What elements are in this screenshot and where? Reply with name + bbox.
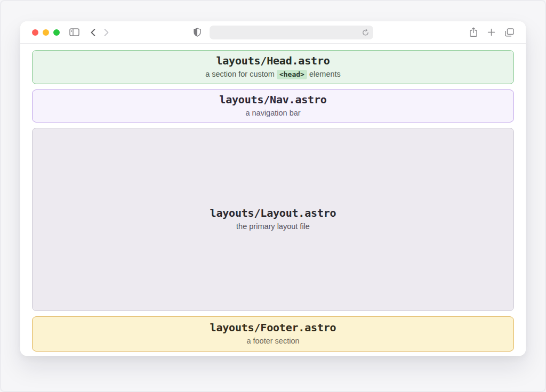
toolbar-right-group [469, 27, 514, 37]
privacy-shield-icon[interactable] [194, 28, 201, 37]
zoom-button[interactable] [53, 29, 60, 36]
url-field[interactable] [210, 26, 373, 39]
browser-window: layouts/Head.astro a section for custom … [20, 21, 526, 356]
subtitle-suffix: elements [307, 70, 341, 78]
browser-toolbar [20, 21, 526, 44]
section-title: layouts/Footer.astro [210, 322, 336, 334]
close-button[interactable] [32, 29, 38, 36]
section-title: layouts/Layout.astro [210, 207, 336, 219]
subtitle-prefix: a section for custom [205, 70, 277, 78]
section-subtitle: a section for custom <head> elements [205, 70, 341, 79]
section-title: layouts/Nav.astro [219, 94, 326, 106]
section-footer-astro: layouts/Footer.astro a footer section [32, 316, 514, 352]
section-title: layouts/Head.astro [216, 55, 330, 67]
reload-icon[interactable] [362, 29, 369, 36]
new-tab-icon[interactable] [487, 28, 495, 36]
sidebar-toggle-icon[interactable] [69, 28, 79, 36]
back-icon[interactable] [90, 28, 96, 37]
head-code-chip: <head> [277, 70, 307, 79]
forward-icon[interactable] [103, 28, 109, 37]
section-nav-astro: layouts/Nav.astro a navigation bar [32, 89, 514, 123]
minimize-button[interactable] [43, 29, 49, 36]
section-subtitle: a navigation bar [245, 109, 300, 118]
page-content: layouts/Head.astro a section for custom … [20, 44, 526, 356]
section-layout-astro: layouts/Layout.astro the primary layout … [32, 128, 514, 311]
share-icon[interactable] [469, 27, 478, 37]
traffic-lights [32, 29, 60, 36]
tab-overview-icon[interactable] [505, 28, 514, 37]
section-head-astro: layouts/Head.astro a section for custom … [32, 50, 514, 84]
section-subtitle: a footer section [246, 337, 299, 346]
section-subtitle: the primary layout file [236, 222, 310, 231]
